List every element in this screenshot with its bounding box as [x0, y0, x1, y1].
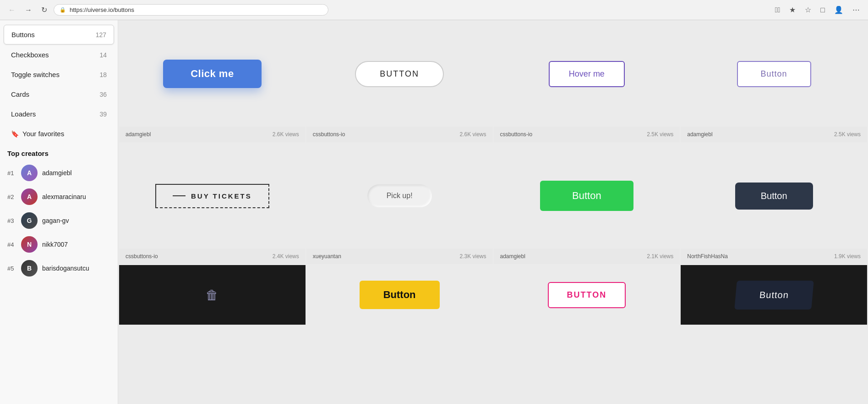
- card-author: xueyuantan: [313, 253, 341, 260]
- card-preview: Button: [681, 21, 867, 127]
- card-views: 2.5K views: [834, 131, 861, 138]
- card-preview: Click me: [119, 21, 306, 127]
- card-preview: Button: [681, 143, 867, 249]
- creator-item-adamgiebl[interactable]: #1 A adamgiebl: [0, 161, 118, 185]
- sidebar-item-label: Loaders: [11, 110, 36, 118]
- card-footer: xueyuantan 2.3K views: [306, 249, 493, 264]
- creator-item-gagan-gv[interactable]: #3 G gagan-gv: [0, 209, 118, 232]
- address-bar[interactable]: 🔒 https://uiverse.io/buttons: [54, 4, 328, 16]
- favorites-button[interactable]: ☆: [802, 4, 814, 16]
- grid-card: Button: [306, 265, 493, 325]
- dash-icon: [173, 195, 186, 196]
- top-creators-heading: Top creators: [0, 144, 118, 161]
- forward-button[interactable]: →: [22, 4, 35, 16]
- card-preview: Hover me: [494, 21, 680, 127]
- card-author: NorthFishHasNa: [687, 253, 728, 260]
- card-author: cssbuttons-io: [313, 131, 345, 138]
- preview-button[interactable]: Click me: [163, 60, 262, 88]
- grid-card: Pick up! xueyuantan 2.3K views: [306, 143, 493, 264]
- grid-card: Button: [681, 265, 867, 325]
- card-preview: BUTTON: [306, 21, 493, 127]
- card-author: cssbuttons-io: [500, 131, 533, 138]
- card-preview: Button: [494, 143, 680, 249]
- card-author: adamgiebl: [687, 131, 712, 138]
- creator-rank: #2: [7, 194, 16, 200]
- creator-name: gagan-gv: [42, 217, 69, 224]
- browser-toolbar-right: ｈ̈ ★ ☆ □ 👤 ⋯: [772, 4, 863, 16]
- card-footer: adamgiebl 2.5K views: [681, 127, 867, 142]
- card-author: adamgiebl: [126, 131, 151, 138]
- lock-icon: 🔒: [60, 7, 66, 13]
- avatar: B: [21, 260, 38, 277]
- preview-button[interactable]: Button: [735, 183, 813, 210]
- card-views: 2.1K views: [647, 253, 673, 260]
- card-footer: NorthFishHasNa 1.9K views: [681, 249, 867, 264]
- extensions-button[interactable]: ★: [786, 4, 798, 16]
- collections-button[interactable]: □: [818, 4, 828, 16]
- sidebar-item-count: 39: [99, 111, 107, 118]
- sidebar-item-label: Toggle switches: [11, 71, 60, 78]
- creator-name: nikk7007: [42, 241, 68, 248]
- sidebar-item-loaders[interactable]: Loaders39: [4, 105, 114, 123]
- url-text: https://uiverse.io/buttons: [70, 6, 134, 13]
- card-views: 2.6K views: [273, 131, 299, 138]
- creator-name: barisdogansutcu: [42, 265, 89, 272]
- creator-item-alexmaracinaru[interactable]: #2 A alexmaracinaru: [0, 185, 118, 209]
- refresh-button[interactable]: ↻: [38, 4, 50, 16]
- sidebar-item-label: Cards: [11, 90, 29, 98]
- card-views: 2.3K views: [459, 253, 486, 260]
- card-footer: cssbuttons-io 2.6K views: [306, 127, 493, 142]
- card-preview: Button: [681, 265, 867, 325]
- card-views: 1.9K views: [834, 253, 861, 260]
- preview-button[interactable]: Button: [540, 181, 633, 211]
- preview-button[interactable]: Hover me: [549, 61, 625, 87]
- sidebar-item-buttons[interactable]: Buttons127: [4, 25, 114, 44]
- card-preview: Pick up!: [306, 143, 493, 249]
- sidebar-item-toggle-switches[interactable]: Toggle switches18: [4, 65, 114, 84]
- sidebar-item-with-icon: 🔖 Your favorites: [11, 130, 64, 138]
- sidebar: Buttons127Checkboxes14Toggle switches18C…: [0, 20, 118, 404]
- grid-card: Button adamgiebl 2.5K views: [681, 21, 867, 142]
- grid-card: Button NorthFishHasNa 1.9K views: [681, 143, 867, 264]
- creator-item-nikk7007[interactable]: #4 N nikk7007: [0, 232, 118, 256]
- preview-button[interactable]: Button: [737, 61, 811, 87]
- preview-button[interactable]: Pick up!: [367, 184, 432, 207]
- grid-card: 🗑: [119, 265, 306, 325]
- preview-button[interactable]: Button: [734, 281, 813, 310]
- creator-name: alexmaracinaru: [42, 193, 86, 200]
- sidebar-item-favorites[interactable]: 🔖 Your favorites: [4, 124, 114, 143]
- card-views: 2.6K views: [459, 131, 486, 138]
- card-author: cssbuttons-io: [126, 253, 158, 260]
- creator-name: adamgiebl: [42, 169, 72, 177]
- sidebar-item-cards[interactable]: Cards36: [4, 85, 114, 104]
- preview-button[interactable]: BUTTON: [548, 282, 626, 308]
- sidebar-item-label: Your favorites: [22, 130, 64, 138]
- sidebar-item-count: 36: [99, 91, 107, 98]
- reader-mode-button[interactable]: ｈ̈: [772, 4, 783, 16]
- menu-button[interactable]: ⋯: [850, 4, 863, 16]
- avatar: A: [21, 188, 38, 205]
- card-author: adamgiebl: [500, 253, 525, 260]
- creator-rank: #1: [7, 170, 16, 177]
- preview-button[interactable]: 🗑: [206, 288, 218, 303]
- preview-button[interactable]: BUY TICKETS: [155, 184, 269, 208]
- creator-item-barisdogansutcu[interactable]: #5 B barisdogansutcu: [0, 256, 118, 280]
- grid-card: Click me adamgiebl 2.6K views: [119, 21, 306, 142]
- card-footer: adamgiebl 2.6K views: [119, 127, 306, 142]
- grid-card: Hover me cssbuttons-io 2.5K views: [494, 21, 680, 142]
- card-views: 2.4K views: [273, 253, 299, 260]
- grid-card: Button adamgiebl 2.1K views: [494, 143, 680, 264]
- sidebar-item-count: 14: [99, 51, 107, 59]
- grid-card: BUTTON: [494, 265, 680, 325]
- sidebar-item-count: 127: [96, 31, 106, 39]
- back-button[interactable]: ←: [5, 4, 18, 16]
- sidebar-item-count: 18: [99, 71, 107, 78]
- preview-button[interactable]: Button: [360, 281, 440, 309]
- avatar: G: [21, 212, 38, 229]
- grid-container: Click me adamgiebl 2.6K views BUTTON css…: [118, 20, 868, 326]
- creator-rank: #5: [7, 265, 16, 272]
- preview-button[interactable]: BUTTON: [355, 61, 444, 87]
- sidebar-item-checkboxes[interactable]: Checkboxes14: [4, 45, 114, 64]
- sidebar-item-label: Checkboxes: [11, 51, 49, 59]
- profile-button[interactable]: 👤: [831, 4, 846, 16]
